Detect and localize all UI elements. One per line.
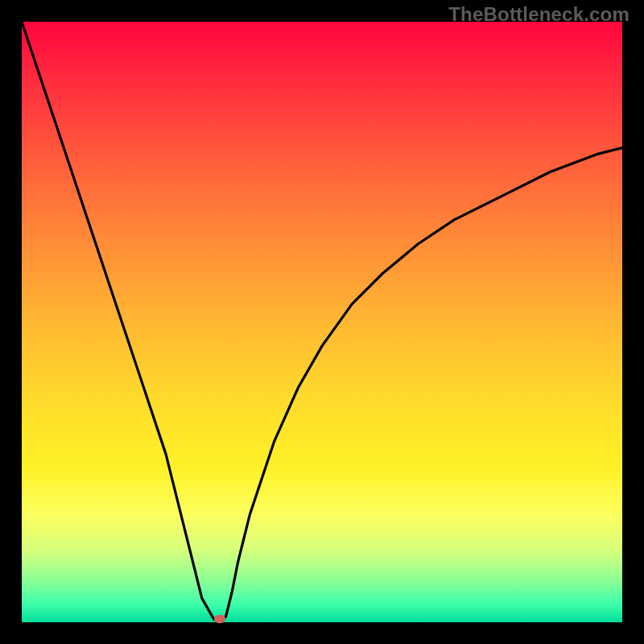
- bottleneck-curve: [22, 22, 622, 622]
- optimal-marker: [214, 615, 225, 623]
- chart-frame: TheBottleneck.com: [0, 0, 644, 644]
- curve-svg: [22, 22, 622, 622]
- plot-area: [22, 22, 622, 622]
